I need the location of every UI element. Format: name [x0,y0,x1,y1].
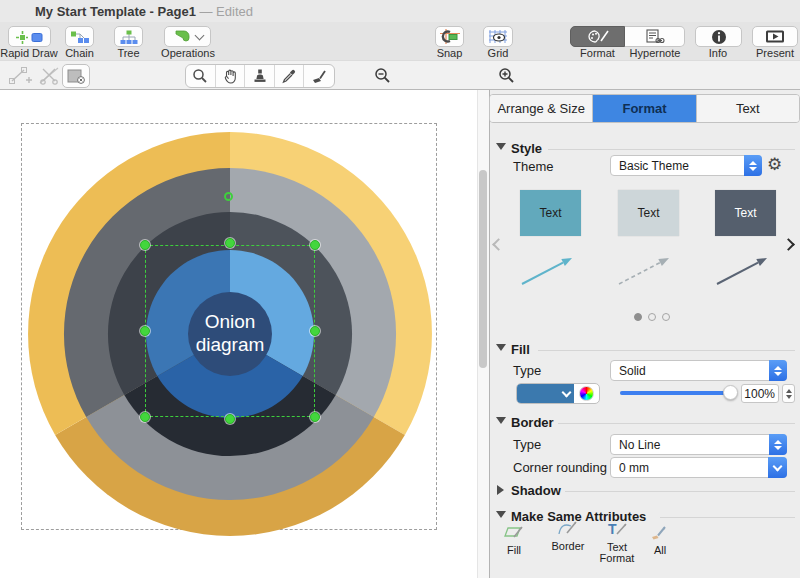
info-button[interactable] [695,26,742,47]
canvas-scrollbar-thumb[interactable] [479,170,487,368]
theme-preview-3[interactable]: Text [715,190,776,236]
shadow-expand-icon[interactable] [497,485,504,495]
fill-opacity-field[interactable]: 100% [741,384,779,403]
chevron-down-icon [194,30,204,40]
theme-select[interactable]: Basic Theme [610,155,762,176]
zoom-in-icon[interactable] [498,67,515,84]
selection-handle-w[interactable] [140,326,150,336]
make-same-fill-label: Fill [507,545,521,556]
hypernote-button[interactable] [625,26,685,47]
make-same-fill-button[interactable]: Fill [500,524,528,556]
fill-color-control[interactable] [516,383,600,404]
pan-tool-button[interactable] [216,65,246,87]
inspector-tabs: Arrange & Size Format Text [489,94,800,123]
theme-preview-2[interactable]: Text [618,190,679,236]
page-dots[interactable] [634,313,670,321]
page-dot[interactable] [634,313,642,321]
style-collapse-icon[interactable] [496,143,506,150]
page-remove-icon [67,68,85,84]
fill-opacity-thumb[interactable] [723,385,738,400]
chevron-down-icon [562,387,572,397]
make-same-text-format-label: Text Format [600,542,635,564]
fill-collapse-icon[interactable] [496,344,506,351]
make-same-all-icon [650,524,670,541]
fill-opacity-fill [620,391,735,395]
format-painter-button[interactable] [304,65,334,87]
fill-color-swatch[interactable] [517,384,574,403]
fill-type-select[interactable]: Solid [610,360,787,381]
make-same-collapse-icon[interactable] [496,511,506,518]
selection-handle-ne[interactable] [310,240,320,250]
info-icon [711,29,727,45]
draw-connector-icon[interactable] [8,66,32,86]
rotation-handle[interactable] [224,192,233,201]
selection-handle-e[interactable] [310,326,320,336]
selection-handle-s[interactable] [225,414,235,424]
grid-button[interactable] [483,26,513,47]
fill-type-value: Solid [611,364,769,378]
theme-label: Theme [513,159,553,174]
fill-opacity-stepper[interactable] [782,384,795,403]
selection-handle-se[interactable] [310,412,320,422]
operations-button[interactable] [164,26,211,47]
stepper-icon [769,434,787,455]
page-dot[interactable] [662,313,670,321]
operations-icon [173,29,191,44]
magnifier-icon [192,68,208,84]
corner-rounding-combo[interactable]: 0 mm [610,457,787,478]
rapid-draw-icon [15,30,45,44]
combo-dropdown-button[interactable] [768,457,787,478]
snap-button[interactable] [435,26,464,47]
fill-opacity-slider[interactable] [620,391,735,395]
tab-format[interactable]: Format [593,95,696,122]
grid-icon [488,29,508,44]
tab-arrange-size[interactable]: Arrange & Size [490,95,593,122]
fill-type-label: Type [513,363,541,378]
theme-preview-1[interactable]: Text [520,190,581,236]
hand-icon [222,68,238,84]
border-collapse-icon[interactable] [496,417,506,424]
grid-label: Grid [481,47,515,59]
hypernote-icon [645,29,665,44]
border-type-select[interactable]: No Line [610,434,787,455]
selection-handle-nw[interactable] [140,240,150,250]
info-label: Info [697,47,739,59]
tab-text[interactable]: Text [697,95,799,122]
border-type-label: Type [513,437,541,452]
make-same-text-format-icon: T [606,521,628,538]
make-same-border-button[interactable]: Border [548,518,588,552]
page-dot[interactable] [648,313,656,321]
tree-button[interactable] [114,26,143,47]
present-icon [765,29,785,44]
stepper-icon [769,360,787,381]
theme-arrow-3[interactable] [713,252,773,288]
stamp-tool-button[interactable] [245,65,275,87]
selection-handle-sw[interactable] [140,412,150,422]
theme-arrow-2[interactable] [615,252,675,288]
make-same-all-button[interactable]: All [646,524,674,556]
format-button[interactable] [570,26,625,47]
zoom-tool-button[interactable] [186,65,216,87]
make-same-text-format-button[interactable]: T Text Format [596,521,638,564]
theme-arrow-1[interactable] [518,252,578,288]
selection-handle-n[interactable] [225,238,235,248]
gear-icon[interactable]: ⚙ [767,154,782,175]
chain-button[interactable] [65,26,94,47]
zoom-out-icon[interactable] [374,67,391,84]
stamp-icon [252,68,268,84]
eyedropper-tool-button[interactable] [275,65,305,87]
chain-icon [70,30,90,44]
chevron-down-icon [773,461,783,471]
make-same-border-icon [557,518,579,537]
style-header: Style [511,141,542,156]
operations-label: Operations [158,47,218,59]
present-button[interactable] [752,26,798,47]
window-title-text: My Start Template - Page1 [35,4,196,19]
color-wheel-button[interactable] [574,384,599,403]
rapid-draw-button[interactable] [8,26,51,47]
selection-rectangle [145,245,315,417]
delete-page-button[interactable] [62,64,90,88]
shadow-divider [565,491,795,492]
eyedropper-icon [281,68,297,84]
split-connector-icon[interactable] [38,66,60,86]
